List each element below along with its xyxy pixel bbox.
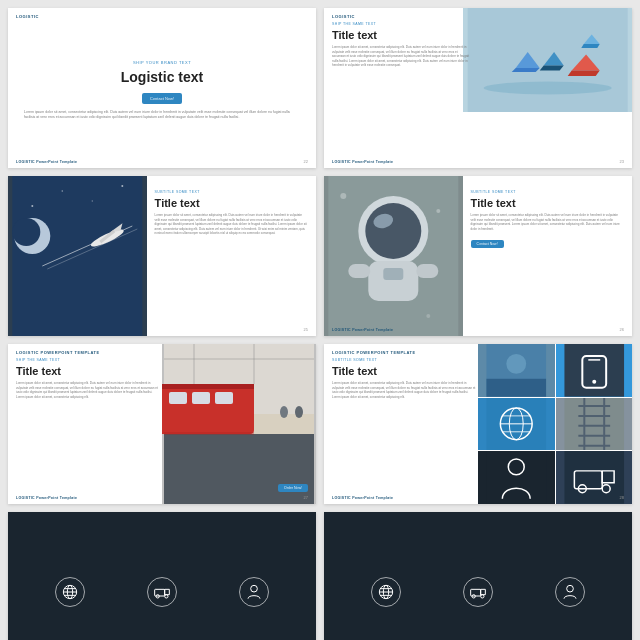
svg-rect-37 xyxy=(162,384,254,434)
slide-5-title: Title text xyxy=(16,365,161,377)
slide-6-img-1 xyxy=(478,344,555,397)
slide-4-footer: LOGISTIC PowerPoint Template xyxy=(332,328,393,332)
slide-5-subtitle: SHIP THE SAME TEXT xyxy=(16,358,161,362)
svg-marker-92 xyxy=(481,589,486,594)
slide-8-icon-2 xyxy=(463,577,493,607)
slide-4-text: SUBTITLE SOME TEXT Title text Lorem ipsu… xyxy=(463,190,632,249)
slide-6-image-grid xyxy=(478,344,632,504)
slide-1-footer: LOGISTIC PowerPoint Template xyxy=(16,160,77,164)
svg-point-50 xyxy=(506,354,526,374)
slide-6-img-2 xyxy=(556,344,633,397)
slide-6-title: Title text xyxy=(332,365,477,377)
slide-6-body: Lorem ipsum dolor sit amet, consectetur … xyxy=(332,381,477,399)
svg-point-47 xyxy=(295,406,303,418)
svg-rect-26 xyxy=(368,261,418,301)
svg-point-12 xyxy=(61,190,63,192)
svg-marker-3 xyxy=(511,68,539,72)
slide-1-content: SHIP YOUR BRAND TEXT Logistic text Conta… xyxy=(8,8,316,168)
slide-1-header: LOGISTIC xyxy=(16,14,39,19)
slide-2-footer: LOGISTIC PowerPoint Template xyxy=(332,160,393,164)
slide-6-header: LOGISTIC PowerPoint Template xyxy=(332,350,416,355)
svg-rect-27 xyxy=(348,264,370,278)
slide-1-body: Lorem ipsum dolor sit amet, consectetur … xyxy=(24,110,300,121)
slide-5-body: Lorem ipsum dolor sit amet, consectetur … xyxy=(16,381,161,399)
svg-point-30 xyxy=(340,193,346,199)
slide-4: LOGISTIC PowerPoint Template xyxy=(324,176,632,336)
svg-point-85 xyxy=(251,585,258,592)
slide-4-body: Lorem ipsum dolor sit amet, consectetur … xyxy=(471,213,624,231)
svg-point-1 xyxy=(483,82,611,95)
svg-point-14 xyxy=(121,185,123,187)
svg-rect-38 xyxy=(162,384,254,389)
slide-8-icons xyxy=(324,512,632,640)
slide-8-icon-1 xyxy=(371,577,401,607)
svg-point-13 xyxy=(92,200,93,201)
svg-rect-0 xyxy=(467,8,627,112)
slide-2-subtitle: SHIP THE SAME TEXT xyxy=(332,22,471,26)
slide-3-image xyxy=(8,176,147,336)
slide-2-num: 23 xyxy=(620,159,624,164)
svg-rect-28 xyxy=(416,264,438,278)
slide-7-icon-3 xyxy=(239,577,269,607)
slide-1-subtitle: SHIP YOUR BRAND TEXT xyxy=(133,60,191,65)
slide-3-text: SUBTITLE SOME TEXT Title text Lorem ipsu… xyxy=(147,190,316,236)
slide-5-image xyxy=(162,344,316,504)
slide-2-title: Title text xyxy=(332,29,471,41)
slide-4-button[interactable]: Contact Now! xyxy=(471,240,504,248)
slide-3-title: Title text xyxy=(155,197,308,209)
svg-rect-42 xyxy=(164,432,254,435)
slide-6-img-4 xyxy=(556,398,633,451)
svg-marker-5 xyxy=(539,66,563,71)
svg-point-53 xyxy=(592,380,596,384)
slide-3-num: 25 xyxy=(304,327,308,332)
slide-6-img-5 xyxy=(478,451,555,504)
slide-7-icon-1 xyxy=(55,577,85,607)
slide-5-num: 27 xyxy=(304,495,308,500)
slide-4-title: Title text xyxy=(471,197,624,209)
svg-point-84 xyxy=(165,595,168,598)
slide-2-text: SHIP THE SAME TEXT Title text Lorem ipsu… xyxy=(332,22,471,68)
slide-6-img-3 xyxy=(478,398,555,451)
slide-5-text: SHIP THE SAME TEXT Title text Lorem ipsu… xyxy=(16,358,161,399)
slide-7-globe-icon xyxy=(55,577,85,607)
slide-7-person-icon xyxy=(239,577,269,607)
slide-3-subtitle: SUBTITLE SOME TEXT xyxy=(155,190,308,194)
slide-1-button[interactable]: Contact Now! xyxy=(142,93,182,104)
svg-point-32 xyxy=(426,314,430,318)
svg-rect-51 xyxy=(564,344,624,397)
slide-4-num: 26 xyxy=(620,327,624,332)
slide-5-header: LOGISTIC PowerPoint Template xyxy=(16,350,100,355)
slides-grid: LOGISTIC SHIP YOUR BRAND TEXT Logistic t… xyxy=(0,0,640,640)
svg-rect-49 xyxy=(486,379,546,397)
slide-3: SUBTITLE SOME TEXT Title text Lorem ipsu… xyxy=(8,176,316,336)
slide-4-subtitle: SUBTITLE SOME TEXT xyxy=(471,190,624,194)
svg-rect-29 xyxy=(383,268,403,280)
slide-5-footer: LOGISTIC PowerPoint Template xyxy=(16,496,77,500)
svg-marker-82 xyxy=(165,589,170,594)
svg-rect-41 xyxy=(215,392,233,404)
slide-6-num: 28 xyxy=(620,495,624,500)
svg-marker-7 xyxy=(567,70,599,76)
svg-point-94 xyxy=(481,595,484,598)
slide-1-title: Logistic text xyxy=(121,69,203,85)
slide-3-body: Lorem ipsum dolor sit amet, consectetur … xyxy=(155,213,308,236)
slide-7 xyxy=(8,512,316,640)
slide-7-truck-icon xyxy=(147,577,177,607)
slide-5: LOGISTIC PowerPoint Template SHIP THE SA… xyxy=(8,344,316,504)
svg-point-46 xyxy=(280,406,288,418)
slide-7-icons xyxy=(8,512,316,640)
slide-6: LOGISTIC PowerPoint Template SUBTITLE SO… xyxy=(324,344,632,504)
svg-marker-9 xyxy=(581,44,599,48)
slide-8-globe-icon xyxy=(371,577,401,607)
svg-point-11 xyxy=(31,205,33,207)
svg-point-16 xyxy=(12,218,40,246)
slide-8 xyxy=(324,512,632,640)
slide-6-subtitle: SUBTITLE SOME TEXT xyxy=(332,358,477,362)
slide-2-header: LOGISTIC xyxy=(332,14,355,19)
svg-point-95 xyxy=(567,585,574,592)
svg-point-24 xyxy=(365,203,421,259)
slide-8-icon-3 xyxy=(555,577,585,607)
slide-2: LOGISTIC SHIP THE SAME TE xyxy=(324,8,632,168)
slide-5-button[interactable]: Order Now! xyxy=(278,484,308,492)
svg-rect-39 xyxy=(169,392,187,404)
